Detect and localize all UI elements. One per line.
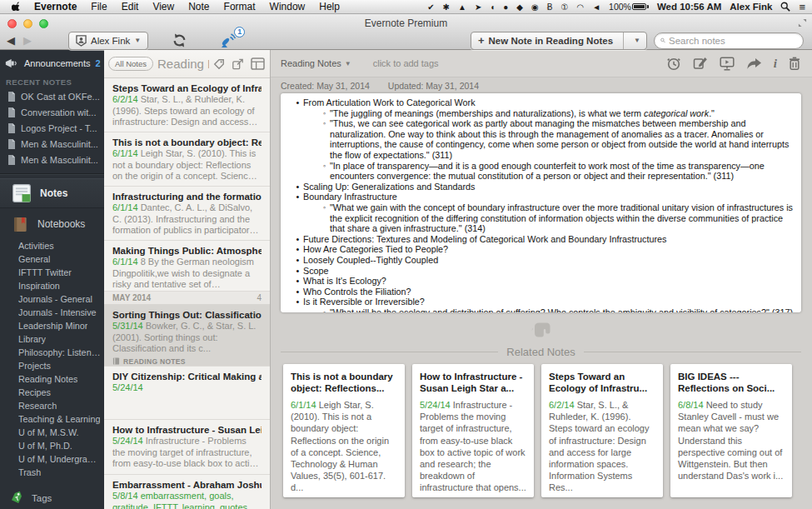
sidebar-item-notebooks[interactable]: Notebooks (0, 209, 104, 239)
back-button[interactable]: ◀ (7, 34, 15, 47)
sidebar-notebook-inspiration[interactable]: Inspiration (0, 279, 104, 292)
circle-app-icon[interactable]: ● (503, 0, 508, 14)
share-note-icon[interactable] (232, 58, 244, 70)
sidebar-item-trash[interactable]: Trash (0, 466, 104, 479)
sidebar-notebook-research[interactable]: Research (0, 399, 104, 412)
battery-indicator[interactable]: 100% (609, 2, 649, 12)
sidebar-notebook-uofm-undergraduate[interactable]: U of M, Undergraduate (0, 452, 104, 466)
sidebar-notebook-uofm-msw[interactable]: U of M, M.S.W. (0, 426, 104, 439)
note-panel: Reading Notes ▼ click to add tags i Crea… (271, 50, 812, 509)
forward-button[interactable]: ▶ (23, 34, 32, 47)
note-list-item[interactable]: This is not a boundary object: Reflecti.… (104, 132, 270, 187)
menu-item-window[interactable]: Window (270, 1, 306, 12)
sidebar-notebook-philosophy[interactable]: Philosophy: Listeni... (0, 346, 104, 359)
sidebar-notebook-projects[interactable]: Projects (0, 359, 104, 372)
wifi-icon[interactable]: ◠ (576, 0, 584, 14)
tag-icon[interactable] (213, 58, 225, 70)
note-list-item[interactable]: How to Infrastructure - Susan Leigh S...… (104, 420, 270, 475)
menu-item-help[interactable]: Help (319, 1, 340, 12)
sidebar-recent-note[interactable]: OK Cast at OKFe... (0, 88, 104, 104)
sidebar-item-tags[interactable]: Tags (0, 487, 104, 509)
related-note-card[interactable]: Steps Toward an Ecology of Infrastru... … (541, 364, 663, 497)
evernote-app-window: Evernote File Edit View Note Format Wind… (0, 0, 812, 509)
button-divider (623, 32, 624, 49)
menubar-user[interactable]: Alex Fink (730, 2, 772, 12)
volume-icon[interactable]: ◄ (592, 0, 600, 14)
menu-item-edit[interactable]: Edit (122, 1, 139, 12)
view-options-icon[interactable] (251, 57, 265, 70)
note-list-item[interactable]: Steps Toward an Ecology of Infrastruc...… (104, 78, 270, 132)
sidebar-notebook-general[interactable]: General (0, 252, 104, 266)
trash-icon[interactable] (789, 57, 800, 70)
notification-center-icon[interactable]: ≡ (799, 0, 805, 14)
sidebar-notebook-reading-notes[interactable]: Reading Notes (0, 372, 104, 386)
sync-button[interactable] (172, 32, 187, 48)
sidebar-notebook-uofm-phd[interactable]: U of M, Ph.D. (0, 439, 104, 452)
sidebar-notebook-library[interactable]: Library (0, 332, 104, 346)
sidebar-item-announcements[interactable]: Announcements 2 (0, 53, 104, 73)
new-note-button[interactable]: + New Note in Reading Notes ▼ (471, 32, 647, 50)
globe-icon[interactable]: ◉ (531, 0, 539, 14)
menu-item-view[interactable]: View (152, 1, 174, 12)
info-icon[interactable]: i (774, 57, 777, 70)
satellite-sync-button[interactable]: 1 (219, 32, 237, 49)
note-list-item-selected[interactable]: Sorting Things Out: Classification and..… (104, 305, 270, 367)
bluetooth-icon[interactable]: Ƀ (547, 0, 553, 14)
related-note-card[interactable]: How to Infrastructure - Susan Leigh Star… (412, 364, 534, 497)
annotate-icon[interactable] (693, 56, 708, 71)
sidebar-notebook-ifttt-twitter[interactable]: IFTTT Twitter (0, 266, 104, 279)
sidebar-notebook-journals-general[interactable]: Journals - General (0, 292, 104, 306)
menu-item-note[interactable]: Note (188, 1, 209, 12)
sidebar-recent-note[interactable]: Logos Project - T... (0, 120, 104, 136)
sidebar-recent-note[interactable]: Men & Masculinit... (0, 136, 104, 152)
note-date: 5/31/14 (112, 321, 143, 331)
bell-icon[interactable]: ◆ (516, 0, 523, 14)
related-notes-label: Related Notes (506, 346, 575, 358)
share-icon[interactable] (746, 57, 762, 70)
sidebar-recent-note[interactable]: Men & Masculinit... (0, 152, 104, 167)
sidebar-recent-note[interactable]: Conversation wit... (0, 104, 104, 120)
note-list-title[interactable]: Reading N... ▼ (157, 57, 209, 71)
search-input[interactable] (669, 36, 797, 46)
dropbox-icon[interactable]: ✱ (443, 0, 450, 14)
menubar-clock[interactable]: Wed 10:56 AM (657, 2, 721, 12)
related-note-card[interactable]: BIG IDEAS --- Reflections on Soci... 6/8… (670, 364, 792, 497)
checkbox-app-icon[interactable]: ✔ (427, 0, 434, 14)
presentation-icon[interactable] (720, 57, 735, 71)
note-list-item[interactable]: DIY Citizenship: Critical Making and S..… (104, 367, 270, 420)
sidebar-notebook-journals-intensive[interactable]: Journals - Intensive (0, 306, 104, 319)
related-note-card[interactable]: This is not a boundary object: Reflectio… (283, 364, 405, 497)
sidebar-notebook-activities[interactable]: Activities (0, 239, 104, 252)
note-updated-date: Updated: May 31, 2014 (388, 81, 479, 91)
add-tags-field[interactable]: click to add tags (373, 58, 439, 68)
sidebar-item-notes[interactable]: Notes (0, 178, 104, 208)
clock-sync-icon[interactable]: ① (560, 0, 568, 14)
sidebar-notebook-leadership-minor[interactable]: Leadership Minor (0, 319, 104, 332)
notes-icon (12, 183, 32, 203)
notebook-selector[interactable]: Reading Notes ▼ (281, 58, 351, 68)
new-note-dropdown-caret[interactable]: ▼ (628, 37, 646, 44)
drive-icon[interactable]: ▲ (458, 0, 466, 14)
reminder-icon[interactable] (666, 56, 681, 71)
search-field[interactable] (654, 32, 804, 49)
notebook-label: Reading Notes (18, 374, 77, 384)
fullscreen-icon[interactable] (798, 18, 807, 27)
note-editor-page[interactable]: •From Articulation Work to Categorical W… (281, 93, 801, 312)
note-list-item[interactable]: Infrastructuring and the formation of p.… (104, 187, 270, 241)
all-notes-button[interactable]: All Notes (108, 57, 153, 71)
evernote-elephant-icon[interactable]: ◖ (490, 0, 495, 14)
note-list-item[interactable]: Embarrassment - Abraham Joshua He... 5/8… (104, 475, 270, 509)
note-date: 6/1/14 (112, 257, 138, 267)
apple-menu-icon[interactable] (12, 1, 22, 12)
menu-item-evernote[interactable]: Evernote (34, 1, 77, 12)
note-tag-bar: Reading Notes ▼ click to add tags i (271, 50, 812, 77)
menu-item-format[interactable]: Format (224, 1, 256, 12)
pin-icon[interactable]: ➤ (475, 0, 481, 14)
note-list-item[interactable]: Making Things Public: Atmospheres o... 6… (104, 241, 270, 292)
menu-item-file[interactable]: File (91, 1, 107, 12)
sidebar-notebook-recipes[interactable]: Recipes (0, 386, 104, 399)
note-bullet: •Boundary Infrastructure (292, 192, 793, 202)
account-button[interactable]: Alex Fink ▼ (68, 32, 148, 50)
sidebar-notebook-teaching-learning[interactable]: Teaching & Learning (0, 412, 104, 426)
spotlight-search-icon[interactable] (780, 2, 790, 12)
